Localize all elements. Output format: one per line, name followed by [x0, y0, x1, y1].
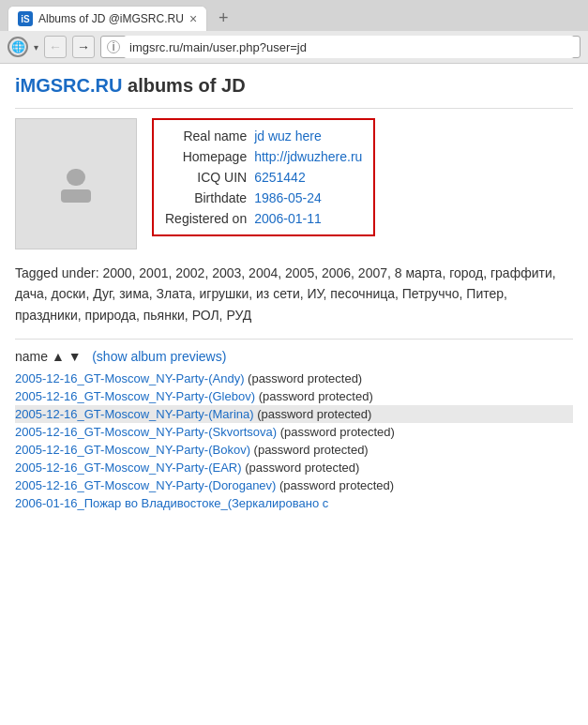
- icq-row: ICQ UIN 6251442: [161, 167, 366, 188]
- albums-header: name ▲ ▼ (show album previews): [15, 349, 573, 364]
- birthdate-label: Birthdate: [161, 188, 250, 208]
- homepage-value[interactable]: http://jdwuzhere.ru: [250, 146, 366, 167]
- password-label: (password protected): [250, 443, 369, 457]
- album-link[interactable]: 2005-12-16_GT-Moscow_NY-Party-(Marina): [15, 407, 254, 421]
- page-content: iMGSRC.RU albums of JD Real name jd wuz …: [0, 64, 588, 523]
- back-button[interactable]: ←: [44, 36, 67, 58]
- homepage-row: Homepage http://jdwuzhere.ru: [161, 146, 366, 167]
- icq-value: 6251442: [250, 167, 366, 188]
- album-link[interactable]: 2005-12-16_GT-Moscow_NY-Party-(Doroganev…: [15, 478, 276, 492]
- divider-1: [15, 108, 573, 109]
- album-link[interactable]: 2005-12-16_GT-Moscow_NY-Party-(Andy): [15, 371, 244, 385]
- list-item: 2006-01-16_Пожар во Владивостоке_(Зеркал…: [15, 494, 573, 512]
- back-arrow-icon: ←: [49, 39, 62, 54]
- icq-label: ICQ UIN: [161, 167, 250, 188]
- svg-rect-1: [61, 189, 91, 203]
- album-link[interactable]: 2005-12-16_GT-Moscow_NY-Party-(Bokov): [15, 443, 250, 457]
- profile-info: Real name jd wuz here Homepage http://jd…: [152, 118, 573, 249]
- globe-menu-button[interactable]: 🌐: [8, 37, 28, 57]
- globe-dropdown-icon[interactable]: ▾: [34, 42, 38, 53]
- sort-up-button[interactable]: ▲: [52, 349, 65, 364]
- address-input[interactable]: [124, 36, 574, 58]
- tab-close-button[interactable]: ×: [189, 12, 197, 25]
- albums-name-label: name: [15, 349, 48, 364]
- tab-favicon: iS: [18, 11, 33, 26]
- list-item: 2005-12-16_GT-Moscow_NY-Party-(EAR) (pas…: [15, 459, 573, 476]
- real-name-row: Real name jd wuz here: [161, 126, 366, 146]
- homepage-label: Homepage: [161, 146, 250, 167]
- profile-table: Real name jd wuz here Homepage http://jd…: [161, 126, 366, 229]
- password-label: (password protected): [276, 478, 394, 492]
- show-previews-link[interactable]: (show album previews): [92, 349, 226, 364]
- active-tab[interactable]: iS Albums of JD @iMGSRC.RU ×: [8, 6, 207, 31]
- tags-prefix: Tagged under:: [15, 265, 102, 280]
- tags-section: Tagged under: 2000, 2001, 2002, 2003, 20…: [15, 263, 573, 325]
- avatar-placeholder-icon: [57, 165, 95, 203]
- list-item: 2005-12-16_GT-Moscow_NY-Party-(Glebov) (…: [15, 387, 573, 405]
- divider-2: [15, 339, 573, 340]
- profile-section: Real name jd wuz here Homepage http://jd…: [15, 118, 573, 249]
- password-label: (password protected): [277, 425, 395, 439]
- sort-down-button[interactable]: ▼: [68, 349, 82, 364]
- list-item: 2005-12-16_GT-Moscow_NY-Party-(Marina) (…: [15, 405, 573, 423]
- avatar: [15, 118, 137, 249]
- page-title: iMGSRC.RU albums of JD: [15, 75, 573, 97]
- globe-icon: 🌐: [11, 40, 25, 53]
- registered-value: 2006-01-11: [250, 208, 366, 229]
- list-item: 2005-12-16_GT-Moscow_NY-Party-(Doroganev…: [15, 476, 573, 494]
- registered-label: Registered on: [161, 208, 250, 229]
- album-link[interactable]: 2005-12-16_GT-Moscow_NY-Party-(Glebov): [15, 389, 255, 403]
- birthdate-value: 1986-05-24: [250, 188, 366, 208]
- birthdate-row: Birthdate 1986-05-24: [161, 188, 366, 208]
- album-link[interactable]: 2005-12-16_GT-Moscow_NY-Party-(EAR): [15, 461, 242, 475]
- password-label: (password protected): [255, 389, 373, 403]
- tab-bar: iS Albums of JD @iMGSRC.RU × +: [0, 0, 588, 31]
- list-item: 2005-12-16_GT-Moscow_NY-Party-(Skvortsov…: [15, 423, 573, 441]
- real-name-label: Real name: [161, 126, 250, 146]
- album-link[interactable]: 2006-01-16_Пожар во Владивостоке_(Зеркал…: [15, 496, 328, 510]
- brand-text: iMGSRC.RU: [15, 75, 122, 96]
- password-label: (password protected): [242, 461, 360, 475]
- album-link[interactable]: 2005-12-16_GT-Moscow_NY-Party-(Skvortsov…: [15, 425, 277, 439]
- tab-title: Albums of JD @iMGSRC.RU: [38, 12, 184, 25]
- address-bar: 🌐 ▾ ← → i: [0, 31, 588, 63]
- security-info-icon[interactable]: i: [107, 40, 120, 53]
- profile-highlight-box: Real name jd wuz here Homepage http://jd…: [152, 118, 375, 236]
- browser-chrome: iS Albums of JD @iMGSRC.RU × + 🌐 ▾ ← → i: [0, 0, 588, 64]
- registered-row: Registered on 2006-01-11: [161, 208, 366, 229]
- album-list: 2005-12-16_GT-Moscow_NY-Party-(Andy) (pa…: [15, 370, 573, 512]
- new-tab-button[interactable]: +: [213, 7, 234, 30]
- svg-rect-0: [67, 169, 85, 186]
- title-rest: albums of JD: [122, 75, 245, 96]
- forward-button[interactable]: →: [72, 36, 95, 58]
- real-name-value: jd wuz here: [250, 126, 366, 146]
- password-label: (password protected): [244, 371, 362, 385]
- forward-arrow-icon: →: [77, 39, 90, 54]
- list-item: 2005-12-16_GT-Moscow_NY-Party-(Andy) (pa…: [15, 370, 573, 387]
- list-item: 2005-12-16_GT-Moscow_NY-Party-(Bokov) (p…: [15, 441, 573, 459]
- password-label: (password protected): [254, 407, 372, 421]
